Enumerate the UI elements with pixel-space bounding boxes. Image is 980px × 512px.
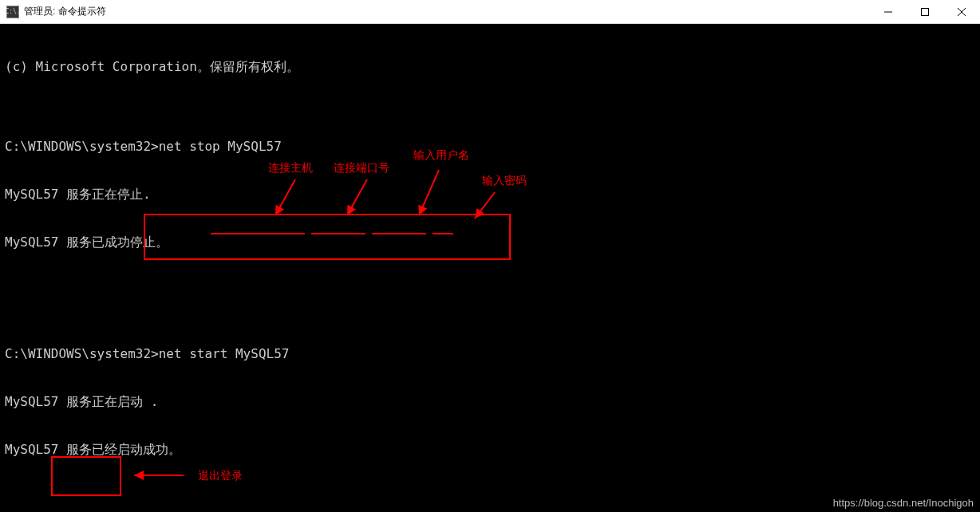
close-button[interactable]	[943, 0, 980, 24]
minimize-button[interactable]	[870, 0, 907, 24]
terminal-line: MySQL57 服务正在启动 .	[5, 394, 975, 410]
highlight-box-exit	[51, 456, 121, 496]
maximize-button[interactable]	[907, 0, 943, 24]
annotation-input-password: 输入密码	[482, 172, 527, 188]
terminal-line: (c) Microsoft Corporation。保留所有权利。	[5, 59, 975, 75]
minimize-icon	[884, 8, 892, 16]
window-titlebar: C:\. 管理员: 命令提示符	[0, 0, 980, 24]
annotation-exit-login: 退出登录	[198, 467, 243, 483]
terminal-line: C:\WINDOWS\system32>net stop MySQL57	[5, 139, 975, 155]
terminal-line: MySQL57 服务正在停止.	[5, 187, 975, 203]
arrow-icon	[128, 467, 192, 483]
cmd-icon: C:\.	[6, 6, 19, 18]
window-title: 管理员: 命令提示符	[24, 5, 106, 18]
maximize-icon	[921, 8, 929, 16]
annotation-connect-port: 连接端口号	[334, 160, 389, 175]
close-icon	[958, 8, 966, 16]
terminal-line: MySQL57 服务已经启动成功。	[5, 442, 975, 458]
svg-rect-1	[922, 9, 929, 16]
watermark-text: https://blog.csdn.net/Inochigoh	[833, 497, 974, 509]
terminal-line: C:\WINDOWS\system32>net start MySQL57	[5, 346, 975, 362]
annotation-connect-host: 连接主机	[268, 160, 313, 175]
window-controls	[870, 0, 980, 24]
terminal-line: MySQL57 服务已成功停止。	[5, 234, 975, 250]
terminal-area[interactable]: (c) Microsoft Corporation。保留所有权利。 C:\WIN…	[0, 24, 980, 512]
